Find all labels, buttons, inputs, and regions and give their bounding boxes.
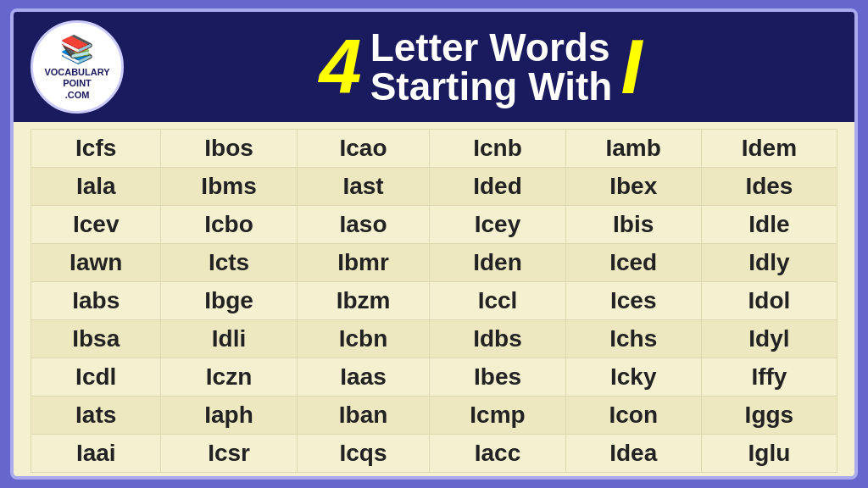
words-table: IcfsIbosIcaoIcnbIambIdemIalaIbmsIastIded… [31, 129, 837, 473]
word-cell: Icfs [31, 130, 161, 168]
table-row: IatsIaphIbanIcmpIconIggs [31, 396, 837, 435]
table-row: IalaIbmsIastIdedIbexIdes [31, 168, 837, 206]
title-text: Letter Words Starting With [370, 28, 613, 106]
word-cell: Iced [565, 244, 701, 282]
word-cell: Iden [430, 244, 565, 282]
word-cell: Icky [565, 358, 701, 396]
word-cell: Icao [297, 130, 430, 168]
table-row: IbsaIdliIcbnIdbsIchsIdyl [31, 320, 837, 358]
word-cell: Iast [297, 168, 430, 206]
word-cell: Idem [701, 130, 837, 168]
table-row: IabsIbgeIbzmIcclIcesIdol [31, 282, 837, 320]
word-cell: Icbo [161, 206, 297, 244]
word-cell: Idbs [430, 320, 565, 358]
word-cell: Iala [31, 168, 161, 206]
word-cell: Iaas [297, 358, 430, 396]
word-cell: Iamb [565, 130, 701, 168]
word-cell: Iaph [161, 396, 297, 435]
word-cell: Ibes [430, 358, 565, 396]
word-cell: Ibmr [297, 244, 430, 282]
logo-icon: 📚 [60, 33, 94, 65]
logo-text: VOCABULARY POINT .COM [44, 67, 109, 101]
word-cell: Iawn [31, 244, 161, 282]
word-cell: Icey [430, 206, 565, 244]
word-cell: Icbn [297, 320, 430, 358]
number-4: 4 [320, 29, 362, 105]
main-container: 📚 VOCABULARY POINT .COM 4 Letter Words S… [10, 8, 858, 480]
word-grid: IcfsIbosIcaoIcnbIambIdemIalaIbmsIastIded… [14, 122, 854, 480]
word-cell: Iacc [430, 435, 565, 473]
word-cell: Iaai [31, 435, 161, 473]
word-cell: Icmp [430, 396, 565, 435]
header: 📚 VOCABULARY POINT .COM 4 Letter Words S… [14, 12, 854, 122]
table-row: IcfsIbosIcaoIcnbIambIdem [31, 130, 837, 168]
header-title: 4 Letter Words Starting With I [124, 28, 837, 106]
word-cell: Ibos [161, 130, 297, 168]
word-cell: Idli [161, 320, 297, 358]
word-cell: Iffy [701, 358, 837, 396]
word-cell: Ibzm [297, 282, 430, 320]
word-cell: Icqs [297, 435, 430, 473]
word-cell: Ichs [565, 320, 701, 358]
table-row: IcdlIcznIaasIbesIckyIffy [31, 358, 837, 396]
logo: 📚 VOCABULARY POINT .COM [31, 20, 124, 114]
table-row: IcevIcboIasoIceyIbisIdle [31, 206, 837, 244]
word-cell: Ibge [161, 282, 297, 320]
title-line1: Letter Words [370, 28, 613, 67]
word-cell: Ibms [161, 168, 297, 206]
word-cell: Ices [565, 282, 701, 320]
word-cell: Icsr [161, 435, 297, 473]
word-cell: Iggs [701, 396, 837, 435]
word-cell: Iaso [297, 206, 430, 244]
word-cell: Ides [701, 168, 837, 206]
table-row: IaaiIcsrIcqsIaccIdeaIglu [31, 435, 837, 473]
word-cell: Icnb [430, 130, 565, 168]
word-cell: Iabs [31, 282, 161, 320]
word-cell: Idle [701, 206, 837, 244]
word-cell: Iats [31, 396, 161, 435]
letter-i: I [620, 29, 642, 105]
word-cell: Icdl [31, 358, 161, 396]
word-cell: Ibex [565, 168, 701, 206]
word-cell: Idea [565, 435, 701, 473]
word-cell: Icts [161, 244, 297, 282]
word-cell: Idly [701, 244, 837, 282]
word-cell: Idol [701, 282, 837, 320]
word-cell: Ided [430, 168, 565, 206]
word-cell: Iccl [430, 282, 565, 320]
word-cell: Iczn [161, 358, 297, 396]
word-cell: Idyl [701, 320, 837, 358]
word-cell: Iglu [701, 435, 837, 473]
table-row: IawnIctsIbmrIdenIcedIdly [31, 244, 837, 282]
word-cell: Ibsa [31, 320, 161, 358]
word-cell: Icon [565, 396, 701, 435]
word-cell: Iban [297, 396, 430, 435]
word-cell: Ibis [565, 206, 701, 244]
word-cell: Icev [31, 206, 161, 244]
title-line2: Starting With [370, 67, 613, 106]
